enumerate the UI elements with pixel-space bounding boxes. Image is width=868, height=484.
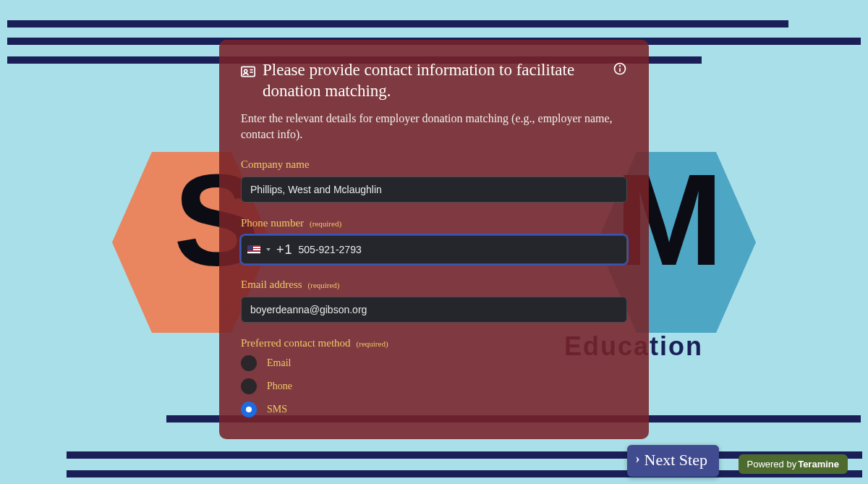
contact-card-icon <box>241 66 255 80</box>
radio-label-email: Email <box>267 357 291 369</box>
radio-icon <box>241 378 257 394</box>
email-label: Email address <box>241 279 302 291</box>
radio-option-email[interactable]: Email <box>241 355 627 371</box>
dial-code: +1 <box>276 242 293 258</box>
email-input[interactable] <box>241 297 627 323</box>
us-flag-icon[interactable] <box>247 245 260 254</box>
form-subtitle: Enter the relevant details for employer … <box>241 111 627 143</box>
company-name-input[interactable] <box>241 177 627 203</box>
next-step-button[interactable]: › Next Step <box>627 445 719 477</box>
svg-point-6 <box>620 66 621 67</box>
contact-method-label: Preferred contact method <box>241 337 351 349</box>
next-step-label: Next Step <box>644 451 707 470</box>
radio-label-phone: Phone <box>267 381 292 392</box>
chevron-right-icon: › <box>636 451 640 467</box>
phone-input[interactable] <box>299 236 622 263</box>
radio-option-sms[interactable]: SMS <box>241 402 627 417</box>
radio-label-sms: SMS <box>267 404 287 415</box>
radio-option-phone[interactable]: Phone <box>241 378 627 394</box>
powered-by-text: Powered by <box>747 459 797 470</box>
phone-input-wrap[interactable]: +1 <box>241 235 627 264</box>
required-badge: (required) <box>357 339 388 348</box>
chevron-down-icon[interactable] <box>266 248 271 251</box>
email-group: Email address (required) <box>241 279 627 323</box>
contact-method-group: Preferred contact method (required) Emai… <box>241 337 627 417</box>
powered-by-badge[interactable]: Powered by Teramine <box>739 454 848 474</box>
radio-icon <box>241 402 257 417</box>
decorative-bar <box>7 20 788 27</box>
company-name-group: Company name <box>241 158 627 203</box>
company-name-label: Company name <box>241 158 310 171</box>
phone-label: Phone number <box>241 217 304 229</box>
radio-icon <box>241 355 257 371</box>
form-title: Please provide contact information to fa… <box>263 60 605 102</box>
donation-matching-form: Please provide contact information to fa… <box>219 40 649 439</box>
required-badge: (required) <box>308 281 340 289</box>
brand-name: Teramine <box>798 459 839 470</box>
info-icon[interactable] <box>613 61 627 79</box>
phone-group: Phone number (required) +1 <box>241 217 627 264</box>
svg-point-1 <box>244 69 247 72</box>
required-badge: (required) <box>310 219 341 228</box>
